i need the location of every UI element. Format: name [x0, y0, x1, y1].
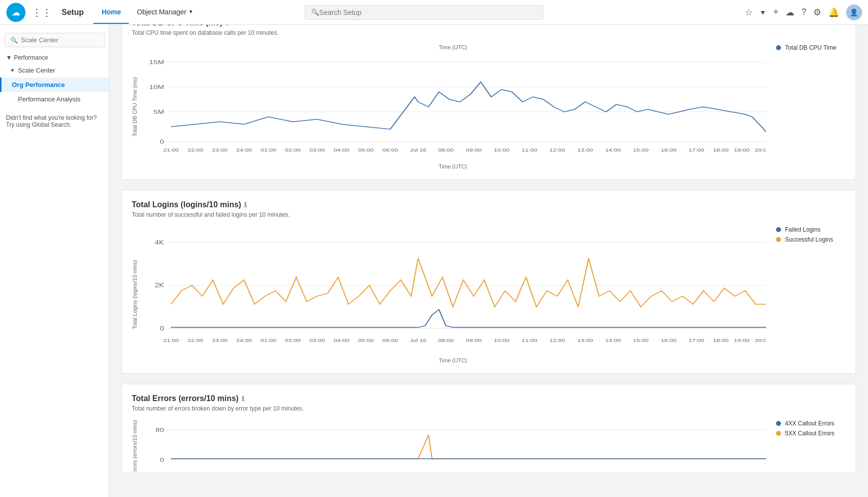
errors-legend: 4XX Callout Errors 5XX Callout Errors [766, 420, 846, 440]
sidebar-section-performance: ▼ Performance ▼ Scale Center Org Perform… [0, 51, 109, 106]
logins-info-icon[interactable]: ℹ [244, 201, 247, 209]
svg-text:14:00: 14:00 [605, 148, 621, 153]
errors-subtitle: Total number of errors broken down by er… [132, 405, 846, 412]
dropdown-icon[interactable]: ▼ [760, 8, 767, 16]
db-cpu-chart-wrapper: Time (UTC) 15M 10M 5M 0 21:00 22 [140, 44, 766, 169]
settings-icon[interactable]: ⚙ [813, 7, 821, 18]
db-cpu-subtitle: Total CPU time spent on database calls p… [132, 29, 846, 36]
svg-text:Jul 16: Jul 16 [410, 337, 427, 342]
grid-icon[interactable]: ⋮⋮ [32, 6, 52, 18]
salesforce-logo[interactable]: ☁ [6, 2, 26, 22]
errors-chart-area: Total Errors (errors/10 mins) 80 0 [132, 420, 846, 472]
errors-chart-wrapper: 80 0 [140, 420, 766, 472]
svg-text:03:00: 03:00 [309, 337, 325, 342]
svg-text:0: 0 [160, 139, 164, 145]
svg-text:24:00: 24:00 [236, 148, 252, 153]
search-input[interactable] [319, 8, 537, 16]
svg-text:13:00: 13:00 [577, 148, 593, 153]
logins-y-label: Total Logins (logins/10 mins) [132, 260, 138, 329]
legend-dot-failed [776, 227, 781, 232]
svg-text:23:00: 23:00 [212, 337, 227, 342]
svg-text:5M: 5M [154, 109, 164, 115]
legend-item-failed-logins: Failed Logins [776, 226, 846, 233]
sidebar-help: Didn't find what you're looking for? Try… [0, 106, 109, 136]
errors-y-label: Total Errors (errors/10 mins) [132, 420, 138, 472]
sidebar-search-input[interactable] [21, 36, 98, 44]
main-nav: Home Object Manager ▼ [93, 1, 201, 24]
svg-text:03:00: 03:00 [309, 148, 325, 153]
sidebar-item-performance-analysis[interactable]: Performance Analysis [0, 92, 109, 106]
db-cpu-svg: 15M 10M 5M 0 21:00 22:00 23:00 24:00 01:… [140, 52, 766, 162]
svg-text:19:00: 19:00 [734, 148, 750, 153]
svg-text:21:00: 21:00 [163, 337, 178, 342]
svg-text:11:00: 11:00 [521, 148, 537, 153]
errors-title: Total Errors (errors/10 mins) ℹ [132, 394, 846, 403]
svg-text:80: 80 [156, 427, 164, 433]
sidebar-search: 🔍 [4, 33, 105, 47]
svg-text:20:00: 20:00 [755, 337, 766, 342]
svg-text:13:00: 13:00 [577, 337, 593, 342]
bell-icon[interactable]: 🔔 [828, 7, 839, 18]
svg-text:08:00: 08:00 [438, 337, 453, 342]
svg-text:2K: 2K [155, 282, 165, 289]
db-cpu-chart-area: Total DB CPU Time (ms) Time (UTC) 15M 10… [132, 44, 846, 169]
svg-text:06:00: 06:00 [382, 148, 398, 153]
svg-text:01:00: 01:00 [260, 337, 276, 342]
svg-text:15:00: 15:00 [633, 148, 649, 153]
logins-chart-area: Total Logins (logins/10 mins) 4K 2K 0 [132, 226, 846, 363]
avatar[interactable]: 👤 [846, 4, 862, 20]
errors-info-icon[interactable]: ℹ [242, 395, 244, 403]
svg-text:18:00: 18:00 [713, 148, 729, 153]
legend-dot-db-cpu [776, 45, 781, 50]
svg-text:23:00: 23:00 [212, 148, 228, 153]
add-icon[interactable]: + [773, 7, 779, 17]
chevron-down-icon: ▼ [6, 54, 12, 61]
svg-text:14:00: 14:00 [605, 337, 620, 342]
cloud-icon[interactable]: ☁ [785, 7, 794, 18]
svg-text:24:00: 24:00 [236, 337, 252, 342]
legend-dot-4xx [776, 421, 781, 426]
svg-text:06:00: 06:00 [382, 337, 398, 342]
errors-chart-card: Total Errors (errors/10 mins) ℹ Total nu… [121, 384, 856, 472]
logins-subtitle: Total number of successful and failed lo… [132, 211, 846, 218]
svg-text:18:00: 18:00 [713, 337, 728, 342]
svg-text:16:00: 16:00 [661, 148, 677, 153]
svg-text:20:00: 20:00 [755, 148, 766, 153]
logins-chart-card: Total Logins (logins/10 mins) ℹ Total nu… [121, 190, 856, 374]
sidebar-item-org-performance[interactable]: Org Performance [0, 78, 109, 92]
svg-text:16:00: 16:00 [661, 337, 676, 342]
logins-x-label: Time (UTC) [140, 357, 766, 363]
svg-text:04:00: 04:00 [334, 337, 349, 342]
star-icon[interactable]: ☆ [745, 7, 753, 18]
logins-svg: 4K 2K 0 21:00 22:00 23:00 24:00 01:00 02… [140, 226, 766, 355]
legend-item-5xx: 5XX Callout Errors [776, 430, 846, 437]
chevron-down-icon-scale: ▼ [10, 68, 15, 73]
svg-text:12:00: 12:00 [549, 148, 565, 153]
object-manager-tab[interactable]: Object Manager ▼ [129, 1, 201, 24]
chevron-down-icon: ▼ [188, 9, 193, 14]
home-tab[interactable]: Home [93, 1, 129, 24]
sidebar-item-scale-center[interactable]: ▼ Scale Center [0, 63, 109, 78]
sidebar-group-performance[interactable]: ▼ Performance [0, 51, 109, 63]
svg-text:01:00: 01:00 [260, 148, 276, 153]
top-bar: ☁ ⋮⋮ Setup Home Object Manager ▼ 🔍 ☆ ▼ +… [0, 0, 868, 25]
svg-text:21:00: 21:00 [163, 148, 179, 153]
legend-item-db-cpu: Total DB CPU Time [776, 44, 846, 51]
db-cpu-top-label: Time (UTC) [140, 44, 766, 50]
svg-text:19:00: 19:00 [734, 337, 749, 342]
svg-text:12:00: 12:00 [549, 337, 565, 342]
svg-text:04:00: 04:00 [334, 148, 349, 153]
help-icon[interactable]: ? [801, 7, 806, 17]
svg-text:☁: ☁ [12, 8, 20, 16]
svg-text:11:00: 11:00 [521, 337, 537, 342]
db-cpu-legend: Total DB CPU Time [766, 44, 846, 54]
svg-text:02:00: 02:00 [285, 148, 301, 153]
logins-title: Total Logins (logins/10 mins) ℹ [132, 200, 846, 209]
svg-text:05:00: 05:00 [358, 337, 373, 342]
db-cpu-chart-card: Total DB CPU Time (ms) ℹ Total CPU time … [121, 8, 856, 180]
sidebar: 🔍 ▼ Performance ▼ Scale Center Org Perfo… [0, 25, 109, 472]
top-icons: ☆ ▼ + ☁ ? ⚙ 🔔 👤 [745, 4, 862, 20]
svg-text:17:00: 17:00 [689, 337, 704, 342]
errors-svg: 80 0 [140, 420, 766, 472]
search-icon: 🔍 [311, 8, 319, 16]
